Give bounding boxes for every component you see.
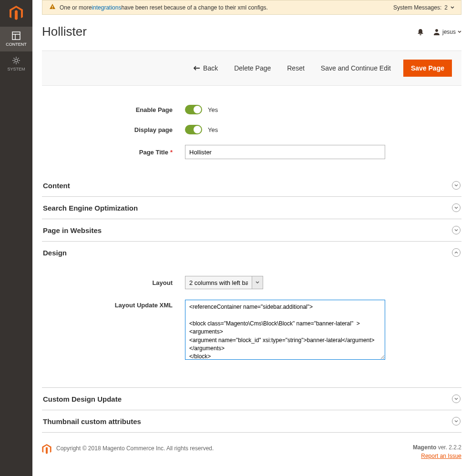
chevron-down-icon — [458, 30, 461, 34]
save-continue-button[interactable]: Save and Continue Edit — [317, 61, 395, 75]
section-thumbnail[interactable]: Thumbnail custom attributes — [42, 410, 461, 432]
back-label: Back — [203, 64, 218, 72]
save-page-button[interactable]: Save Page — [403, 60, 452, 77]
user-menu[interactable]: jesus — [433, 28, 461, 36]
section-content-title: Content — [43, 182, 452, 190]
page-footer: Copyright © 2018 Magento Commerce Inc. A… — [32, 433, 471, 476]
chevron-down-icon — [452, 181, 461, 190]
layout-xml-label: Layout Update XML — [42, 300, 185, 309]
nav-system-label: SYSTEM — [7, 67, 25, 71]
admin-sidenav: CONTENT SYSTEM — [0, 0, 32, 476]
delete-page-button[interactable]: Delete Page — [230, 61, 275, 75]
chevron-up-icon — [452, 248, 461, 257]
page-title-input[interactable] — [185, 145, 385, 159]
report-issue-link[interactable]: Report an Issue — [413, 453, 461, 459]
sysmsg-link[interactable]: integrations — [92, 4, 121, 11]
enable-page-label: Enable Page — [42, 106, 185, 113]
page-title-label: Page Title* — [42, 149, 185, 156]
section-websites-title: Page in Websites — [43, 226, 452, 234]
system-message-bar: One or more integrations have been reset… — [42, 0, 461, 15]
page-title: Hollister — [42, 24, 408, 39]
warning-icon — [49, 3, 56, 11]
footer-version: ver. 2.2.2 — [436, 444, 461, 451]
user-name: jesus — [442, 29, 456, 35]
notifications-icon[interactable] — [417, 28, 424, 36]
sysmsg-counter-value: 2 — [444, 4, 448, 11]
chevron-down-icon — [452, 395, 461, 403]
sysmsg-counter[interactable]: System Messages: 2 — [393, 4, 454, 11]
section-content[interactable]: Content — [42, 174, 461, 196]
nav-system[interactable]: SYSTEM — [0, 51, 32, 76]
arrow-left-icon — [194, 66, 200, 71]
layout-xml-textarea[interactable] — [185, 300, 385, 360]
enable-page-value: Yes — [208, 106, 218, 113]
nav-content-label: CONTENT — [6, 42, 27, 47]
enable-page-toggle[interactable] — [185, 105, 202, 114]
svg-point-3 — [15, 59, 18, 62]
section-seo-title: Search Engine Optimization — [43, 204, 452, 212]
footer-brand: Magento — [413, 444, 436, 451]
layout-select[interactable] — [185, 276, 252, 289]
svg-rect-4 — [52, 6, 52, 8]
section-custom-title: Custom Design Update — [43, 395, 452, 403]
svg-rect-5 — [52, 8, 52, 9]
sysmsg-text2: have been reset because of a change to t… — [121, 4, 268, 11]
nav-content[interactable]: CONTENT — [0, 27, 32, 51]
reset-button[interactable]: Reset — [283, 61, 308, 75]
magento-logo-small — [42, 444, 51, 456]
action-bar: Back Delete Page Reset Save and Continue… — [42, 51, 461, 86]
copyright-text: Copyright © 2018 Magento Commerce Inc. A… — [56, 444, 413, 452]
svg-rect-0 — [12, 32, 20, 40]
display-page-value: Yes — [208, 126, 218, 133]
chevron-down-icon — [451, 6, 454, 10]
sysmsg-counter-label: System Messages: — [393, 4, 441, 11]
chevron-down-icon — [452, 226, 461, 234]
display-page-label: Display page — [42, 126, 185, 133]
chevron-down-icon — [452, 417, 461, 425]
section-design-title: Design — [43, 249, 452, 257]
section-custom-design[interactable]: Custom Design Update — [42, 388, 461, 410]
display-page-toggle[interactable] — [185, 125, 202, 134]
section-thumbnail-title: Thumbnail custom attributes — [43, 417, 452, 425]
back-button[interactable]: Back — [190, 61, 222, 75]
section-design[interactable]: Design — [42, 242, 461, 263]
page-header: Hollister jesus — [32, 15, 471, 51]
layout-select-trigger[interactable] — [252, 276, 263, 289]
section-websites[interactable]: Page in Websites — [42, 219, 461, 241]
layout-label: Layout — [42, 279, 185, 286]
magento-logo[interactable] — [0, 0, 32, 27]
section-seo[interactable]: Search Engine Optimization — [42, 197, 461, 219]
sysmsg-text: One or more — [60, 4, 92, 11]
chevron-down-icon — [452, 203, 461, 212]
